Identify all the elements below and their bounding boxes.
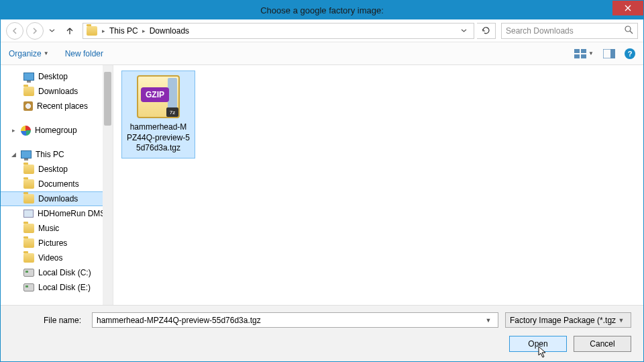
folder-icon [23, 194, 34, 203]
close-button[interactable] [612, 1, 643, 15]
view-options-button[interactable]: ▼ [574, 49, 594, 58]
help-button[interactable]: ? [625, 48, 635, 59]
sidebar-item-thispc[interactable]: ◢This PC [1, 147, 103, 162]
folder-icon [23, 238, 34, 248]
chevron-down-icon[interactable]: ▼ [616, 317, 627, 324]
scrollbar-thumb[interactable] [104, 72, 111, 126]
recent-locations-button[interactable] [46, 28, 57, 34]
computer-icon [21, 150, 32, 159]
organize-label: Organize [9, 49, 42, 58]
body-area: Desktop Downloads Recent places ▸Homegro… [1, 65, 643, 305]
folder-icon [23, 224, 34, 233]
chevron-down-icon[interactable]: ▼ [483, 317, 494, 324]
arrow-up-icon [65, 26, 74, 36]
sevenz-badge: 7z [166, 107, 178, 117]
homegroup-icon [21, 126, 31, 136]
chevron-down-icon[interactable] [461, 28, 467, 34]
disk-icon [23, 283, 34, 291]
expand-icon[interactable]: ▸ [10, 127, 17, 134]
dialog-title: Choose a google factory image: [260, 5, 384, 15]
filename-label: File name: [13, 316, 85, 325]
sidebar-item-homegroup[interactable]: ▸Homegroup [1, 123, 103, 138]
breadcrumb[interactable]: ▸ This PC ▸ Downloads [83, 23, 474, 39]
file-list-area[interactable]: GZIP 7z hammerhead-M PZ44Q-preview-5 5d7… [113, 65, 643, 305]
cancel-button[interactable]: Cancel [574, 336, 631, 352]
breadcrumb-separator: ▸ [101, 28, 107, 34]
nav-bar: ▸ This PC ▸ Downloads [1, 19, 643, 42]
sidebar-item-pc-videos[interactable]: Videos [1, 251, 103, 265]
sidebar-item-pc-music[interactable]: Music [1, 221, 103, 236]
thumbnails-icon [574, 49, 586, 58]
folder-icon [23, 87, 34, 96]
toolbar: Organize ▼ New folder ▼ ? [1, 42, 643, 65]
sidebar-item-pc-downloads[interactable]: Downloads [1, 191, 103, 206]
sidebar-item-downloads[interactable]: Downloads [1, 84, 103, 99]
sidebar-item-hdhomerun[interactable]: HDHomeRun DMS [1, 206, 103, 221]
back-button[interactable] [6, 22, 23, 40]
close-icon [625, 5, 631, 11]
breadcrumb-thispc[interactable]: This PC [107, 26, 141, 36]
folder-icon [86, 25, 98, 37]
collapse-icon[interactable]: ◢ [10, 151, 17, 158]
open-button[interactable]: Open [509, 336, 567, 352]
search-input[interactable] [506, 26, 622, 36]
arrow-right-icon [31, 27, 39, 35]
search-icon [625, 26, 633, 36]
filetype-filter[interactable]: Factory Image Package (*.tgz;*. ▼ [505, 312, 631, 328]
svg-rect-4 [581, 54, 586, 58]
svg-point-0 [625, 26, 631, 32]
filename-combobox[interactable]: ▼ [92, 312, 498, 328]
folder-icon [23, 165, 34, 174]
sidebar-scrollbar[interactable] [103, 65, 113, 305]
sidebar-item-diske[interactable]: Local Disk (E:) [1, 280, 103, 295]
device-icon [23, 210, 34, 218]
bottom-panel: File name: ▼ Factory Image Package (*.tg… [1, 305, 643, 361]
preview-pane-button[interactable] [603, 49, 615, 58]
file-open-dialog: Choose a google factory image: ▸ This PC… [0, 0, 644, 362]
svg-rect-1 [574, 49, 580, 53]
filter-label: Factory Image Package (*.tgz;*. [510, 316, 616, 325]
filename-input[interactable] [97, 316, 483, 325]
forward-button[interactable] [26, 22, 44, 40]
disk-icon [23, 269, 34, 277]
dropdown-triangle-icon: ▼ [588, 50, 594, 56]
folder-icon [23, 253, 34, 263]
svg-rect-3 [574, 54, 580, 58]
sidebar-item-diskc[interactable]: Local Disk (C:) [1, 265, 103, 280]
svg-rect-2 [581, 49, 586, 53]
arrow-left-icon [11, 27, 19, 35]
new-folder-button[interactable]: New folder [65, 49, 103, 58]
chevron-down-icon [49, 28, 55, 34]
navigation-sidebar: Desktop Downloads Recent places ▸Homegro… [1, 65, 103, 305]
refresh-button[interactable] [477, 23, 496, 39]
preview-pane-icon [603, 49, 615, 58]
organize-menu[interactable]: Organize ▼ [9, 49, 49, 58]
folder-icon [23, 179, 34, 189]
archive-icon: GZIP 7z [137, 75, 180, 118]
file-item[interactable]: GZIP 7z hammerhead-M PZ44Q-preview-5 5d7… [121, 71, 195, 159]
svg-rect-6 [610, 49, 615, 58]
refresh-icon [482, 26, 490, 35]
breadcrumb-downloads[interactable]: Downloads [147, 26, 192, 36]
sidebar-item-pc-pictures[interactable]: Pictures [1, 236, 103, 251]
sidebar-item-recent[interactable]: Recent places [1, 99, 103, 114]
desktop-icon [23, 73, 34, 81]
file-label: hammerhead-M PZ44Q-preview-5 5d76d3a.tgz [127, 122, 190, 154]
gzip-badge: GZIP [141, 87, 169, 102]
recent-icon [23, 101, 33, 111]
breadcrumb-separator: ▸ [141, 28, 147, 34]
sidebar-item-pc-desktop[interactable]: Desktop [1, 162, 103, 177]
dropdown-triangle-icon: ▼ [44, 50, 49, 56]
sidebar-item-desktop[interactable]: Desktop [1, 69, 103, 84]
sidebar-item-pc-documents[interactable]: Documents [1, 177, 103, 191]
up-button[interactable] [62, 24, 77, 38]
titlebar: Choose a google factory image: [1, 1, 643, 19]
search-box[interactable] [501, 23, 638, 39]
